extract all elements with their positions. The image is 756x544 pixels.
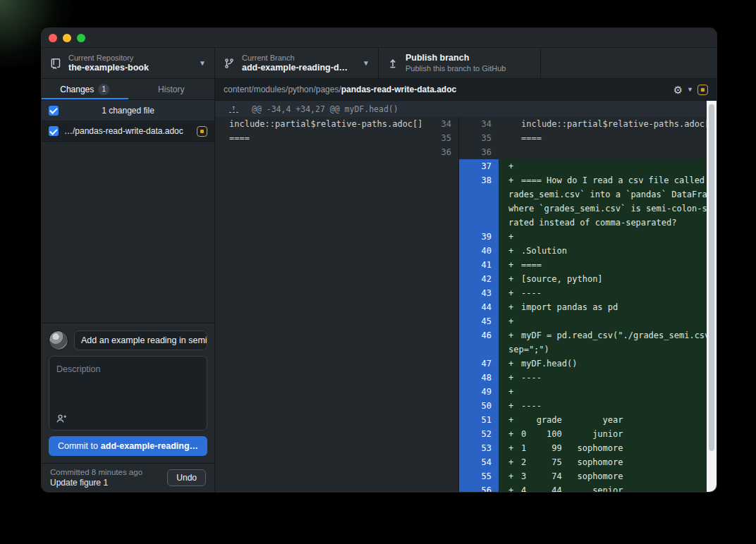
new-line-text: where `grades_semi.csv` is semi-colon-se… xyxy=(499,202,707,216)
old-line-number xyxy=(421,314,458,328)
changed-files-count: 1 changed file xyxy=(42,106,214,116)
new-line-number: 53 xyxy=(458,441,499,455)
old-line-number xyxy=(421,159,458,173)
modified-file-icon xyxy=(697,85,708,95)
upload-arrow-icon xyxy=(387,58,398,69)
diff-row[interactable]: 51+ grade year xyxy=(215,413,707,427)
new-line-text: +2 75 sophomore xyxy=(499,455,707,469)
chevron-down-icon[interactable]: ▼ xyxy=(687,86,693,93)
diff-row[interactable]: rades_semi.csv` into a `pandas` DataFram… xyxy=(215,187,707,202)
old-line-number xyxy=(421,244,458,258)
new-line-text: + xyxy=(499,314,707,328)
current-branch-dropdown[interactable]: Current Branch add-example-reading-d… ▼ xyxy=(215,48,379,78)
tab-history[interactable]: History xyxy=(128,79,215,99)
undo-commit-button[interactable]: Undo xyxy=(167,469,206,486)
diff-row[interactable]: 55+3 74 sophomore xyxy=(215,469,707,483)
close-window-button[interactable] xyxy=(49,34,57,42)
last-commit-message: Update figure 1 xyxy=(50,478,167,488)
old-line-number xyxy=(421,286,458,300)
repo-text: Current Repository the-examples-book xyxy=(68,54,195,73)
diff-row[interactable]: 38+==== How do I read a csv file called … xyxy=(215,173,707,187)
diff-row[interactable]: 44+import pandas as pd xyxy=(215,300,707,314)
new-line-number: 36 xyxy=(458,145,499,159)
diff-row[interactable]: 40+.Solution xyxy=(215,244,707,258)
file-checkbox[interactable] xyxy=(49,126,59,136)
old-line-number xyxy=(421,441,458,455)
added-line-plus-sign: + xyxy=(508,173,513,187)
new-line-number: 41 xyxy=(458,258,499,272)
diff-row[interactable]: 46+myDF = pd.read_csv("./grades_semi.csv… xyxy=(215,328,707,342)
diff-options-gear-icon[interactable]: ⚙ xyxy=(673,85,683,95)
diff-row[interactable]: ====3535==== xyxy=(215,131,707,145)
last-commit-text: Committed 8 minutes ago Update figure 1 xyxy=(50,467,167,488)
github-desktop-window: Current Repository the-examples-book ▼ C… xyxy=(42,28,717,492)
old-line-text xyxy=(215,202,421,216)
diff-row[interactable]: 52+0 100 junior xyxy=(215,427,707,441)
diff-row[interactable]: 53+1 99 sophomore xyxy=(215,441,707,455)
repo-label: Current Repository xyxy=(68,54,195,63)
commit-summary-input[interactable]: Add an example reading in semi-c xyxy=(74,330,207,350)
new-line-text: sep=";") xyxy=(499,342,707,357)
branch-text: Current Branch add-example-reading-d… xyxy=(242,54,358,73)
zoom-window-button[interactable] xyxy=(77,34,85,42)
old-line-text xyxy=(215,145,421,159)
diff-row[interactable]: 45+ xyxy=(215,314,707,328)
diff-row[interactable]: 56+4 44 senior xyxy=(215,483,707,492)
diff-file-header: content/modules/python/pages/ pandas-rea… xyxy=(215,79,717,101)
changed-file-row[interactable]: …/pandas-read-write-data.adoc xyxy=(42,121,214,142)
diff-row[interactable]: 42+[source, python] xyxy=(215,272,707,286)
publish-branch-button[interactable]: Publish branch Publish this branch to Gi… xyxy=(379,48,541,78)
added-line-plus-sign: + xyxy=(508,272,513,286)
added-line-plus-sign: + xyxy=(508,399,513,413)
add-coauthor-icon[interactable] xyxy=(56,413,67,424)
old-line-text: include::partial$relative-paths.adoc[] xyxy=(215,117,421,131)
diff-row[interactable]: 54+2 75 sophomore xyxy=(215,455,707,469)
window-titlebar[interactable] xyxy=(42,28,717,48)
added-line-plus-sign: + xyxy=(508,258,513,272)
new-line-number: 55 xyxy=(458,469,499,483)
new-line-text: ==== xyxy=(499,131,707,145)
diff-row[interactable]: 41+==== xyxy=(215,258,707,272)
added-line-plus-sign: + xyxy=(508,441,513,455)
new-line-text: +myDF.head() xyxy=(499,357,707,371)
minimize-window-button[interactable] xyxy=(63,34,71,42)
new-line-text: +import pandas as pd xyxy=(499,300,707,314)
new-line-text: +myDF = pd.read_csv("./grades_semi.csv", xyxy=(499,328,707,342)
diff-row[interactable]: 3636 xyxy=(215,145,707,159)
diff-row[interactable]: sep=";") xyxy=(215,342,707,357)
diff-row[interactable]: 48+---- xyxy=(215,371,707,385)
old-line-text xyxy=(215,272,421,286)
old-line-text xyxy=(215,187,421,202)
expand-hunk-icon[interactable]: ↑ xyxy=(215,105,252,113)
diff-row[interactable]: 43+---- xyxy=(215,286,707,300)
new-line-number: 34 xyxy=(458,117,499,131)
avatar xyxy=(49,330,68,350)
chevron-down-icon: ▼ xyxy=(362,59,370,67)
old-line-text xyxy=(215,483,421,492)
new-line-text: include::partial$relative-paths.adoc[] xyxy=(499,117,707,131)
diff-row[interactable]: include::partial$relative-paths.adoc[]34… xyxy=(215,117,707,131)
diff-body[interactable]: include::partial$relative-paths.adoc[]34… xyxy=(215,117,707,492)
tab-changes[interactable]: Changes 1 xyxy=(42,79,128,99)
commit-button-branch: add-example-reading… xyxy=(101,441,198,451)
diff-row[interactable]: 39+ xyxy=(215,230,707,244)
diff-row[interactable]: 49+ xyxy=(215,385,707,399)
diff-row[interactable]: 37+ xyxy=(215,159,707,173)
publish-text: Publish branch Publish this branch to Gi… xyxy=(406,53,532,73)
new-line-text: +4 44 senior xyxy=(499,483,707,492)
old-line-number xyxy=(421,427,458,441)
old-line-number xyxy=(421,413,458,427)
commit-description-input[interactable]: Description xyxy=(49,356,207,431)
added-line-plus-sign: + xyxy=(508,469,513,483)
hunk-header-text: @@ -34,4 +34,27 @@ myDF.head() xyxy=(252,104,398,114)
diff-scrollbar-track[interactable] xyxy=(707,101,717,492)
diff-row[interactable]: 47+myDF.head() xyxy=(215,357,707,371)
current-repository-dropdown[interactable]: Current Repository the-examples-book ▼ xyxy=(42,48,215,78)
old-line-text xyxy=(215,357,421,371)
diff-row[interactable]: rated instead of comma-separated? xyxy=(215,216,707,230)
diff-row[interactable]: where `grades_semi.csv` is semi-colon-se… xyxy=(215,202,707,216)
diff-row[interactable]: 50+---- xyxy=(215,399,707,413)
commit-button[interactable]: Commit to add-example-reading… xyxy=(49,436,207,456)
diff-scrollbar-thumb[interactable] xyxy=(709,104,714,451)
new-line-number: 56 xyxy=(458,483,499,492)
